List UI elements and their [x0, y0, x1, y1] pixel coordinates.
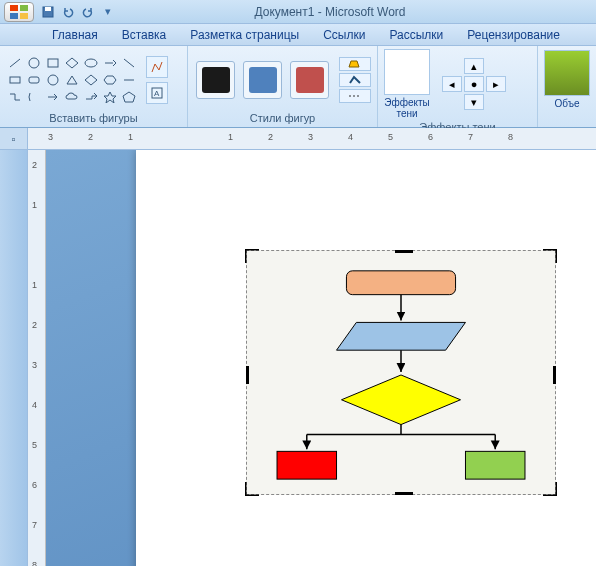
svg-rect-0	[10, 5, 18, 11]
group-3d-effects: Объе	[538, 46, 588, 127]
connector-icon[interactable]	[8, 91, 22, 103]
vertical-ruler[interactable]: 2 1 1 2 3 4 5 6 7 8	[28, 150, 46, 566]
arrow3-icon[interactable]	[84, 91, 98, 103]
edit-points-icon	[150, 60, 164, 74]
tab-mailings[interactable]: Рассылки	[377, 25, 455, 45]
ruler-corner[interactable]: ▫	[0, 128, 28, 150]
tab-home[interactable]: Главная	[40, 25, 110, 45]
dash-icon	[348, 91, 362, 101]
shape-fill-button[interactable]	[339, 57, 371, 71]
flowchart-process-red[interactable]	[277, 451, 337, 479]
qat-dropdown-icon[interactable]: ▾	[100, 4, 116, 20]
roundrect-icon[interactable]	[27, 74, 41, 86]
outline-icon	[348, 75, 362, 85]
diamond-icon[interactable]	[84, 74, 98, 86]
svg-rect-13	[29, 77, 39, 83]
svg-point-14	[48, 75, 58, 85]
left-gutter	[0, 150, 28, 566]
shape-effects-button[interactable]	[339, 89, 371, 103]
flowchart-terminator[interactable]	[346, 271, 455, 295]
smiley-icon[interactable]	[27, 57, 41, 69]
workspace: 2 1 1 2 3 4 5 6 7 8	[0, 150, 596, 566]
ribbon-tabs: Главная Вставка Разметка страницы Ссылки…	[0, 24, 596, 46]
office-button[interactable]	[4, 2, 34, 22]
svg-rect-8	[48, 59, 58, 67]
oval-icon[interactable]	[84, 57, 98, 69]
svg-text:A: A	[154, 89, 160, 98]
fill-icon	[348, 59, 362, 69]
group-label-shapes: Вставить фигуры	[6, 110, 181, 124]
horizontal-ruler-row: ▫ 3 2 1 1 2 3 4 5 6 7 8	[0, 128, 596, 150]
nudge-down[interactable]: ▾	[464, 94, 484, 110]
rhombus-icon[interactable]	[65, 57, 79, 69]
svg-rect-2	[10, 13, 18, 19]
redo-icon[interactable]	[80, 4, 96, 20]
nudge-center[interactable]: ●	[464, 76, 484, 92]
tab-review[interactable]: Рецензирование	[455, 25, 572, 45]
nudge-right[interactable]: ▸	[486, 76, 506, 92]
line2-icon[interactable]	[122, 57, 136, 69]
nudge-up[interactable]: ▴	[464, 58, 484, 74]
undo-icon[interactable]	[60, 4, 76, 20]
pentagon-icon[interactable]	[122, 91, 136, 103]
shape-gallery[interactable]	[6, 55, 138, 105]
svg-line-11	[124, 59, 134, 67]
arrow2-icon[interactable]	[46, 91, 60, 103]
arrow-icon[interactable]	[103, 57, 117, 69]
document-area[interactable]	[46, 150, 596, 566]
shadow-effects-label: Эффекты тени	[384, 97, 429, 119]
line3-icon[interactable]	[122, 74, 136, 86]
title-bar: ▾ Документ1 - Microsoft Word	[0, 0, 596, 24]
textbox-icon: A	[150, 86, 164, 100]
rect-icon[interactable]	[46, 57, 60, 69]
circle-icon[interactable]	[46, 74, 60, 86]
flowchart-data[interactable]	[337, 322, 466, 350]
bracket-icon[interactable]	[27, 91, 41, 103]
svg-line-6	[10, 59, 20, 67]
tab-insert[interactable]: Вставка	[110, 25, 179, 45]
ribbon: A Вставить фигуры Стили фигур Эффекты те…	[0, 46, 596, 128]
volume-effects-button[interactable]	[544, 50, 590, 96]
group-shadow-effects: Эффекты тени ▴ ◂●▸ ▾ Эффекты тени	[378, 46, 538, 127]
horizontal-ruler[interactable]: 3 2 1 1 2 3 4 5 6 7 8	[28, 128, 596, 149]
cloud-icon[interactable]	[65, 91, 79, 103]
office-logo-icon	[10, 5, 28, 19]
rect2-icon[interactable]	[8, 74, 22, 86]
style-black[interactable]	[196, 61, 235, 99]
edit-shape-button[interactable]	[146, 56, 168, 78]
shadow-effects-button[interactable]	[384, 49, 430, 95]
text-box-button[interactable]: A	[146, 82, 168, 104]
save-icon[interactable]	[40, 4, 56, 20]
line-icon[interactable]	[8, 57, 22, 69]
svg-rect-1	[20, 5, 28, 11]
svg-rect-12	[10, 77, 20, 83]
style-red[interactable]	[290, 61, 329, 99]
group-insert-shapes: A Вставить фигуры	[0, 46, 188, 127]
shadow-nudge-grid: ▴ ◂●▸ ▾	[442, 58, 506, 110]
svg-point-7	[29, 58, 39, 68]
style-blue[interactable]	[243, 61, 282, 99]
quick-access-toolbar: ▾	[40, 4, 116, 20]
drawing-canvas[interactable]	[246, 250, 556, 495]
flowchart-process-green[interactable]	[465, 451, 525, 479]
svg-point-9	[85, 59, 97, 67]
group-label-styles: Стили фигур	[194, 110, 371, 124]
tab-references[interactable]: Ссылки	[311, 25, 377, 45]
tab-layout[interactable]: Разметка страницы	[178, 25, 311, 45]
flowchart[interactable]	[247, 251, 555, 494]
flowchart-decision[interactable]	[341, 375, 460, 425]
star-icon[interactable]	[103, 91, 117, 103]
hexagon-icon[interactable]	[103, 74, 117, 86]
group-shape-styles: Стили фигур	[188, 46, 378, 127]
window-title: Документ1 - Microsoft Word	[124, 5, 596, 19]
svg-rect-5	[45, 7, 51, 11]
svg-rect-3	[20, 13, 28, 19]
shape-outline-button[interactable]	[339, 73, 371, 87]
nudge-left[interactable]: ◂	[442, 76, 462, 92]
triangle-icon[interactable]	[65, 74, 79, 86]
volume-label: Объе	[555, 98, 580, 109]
